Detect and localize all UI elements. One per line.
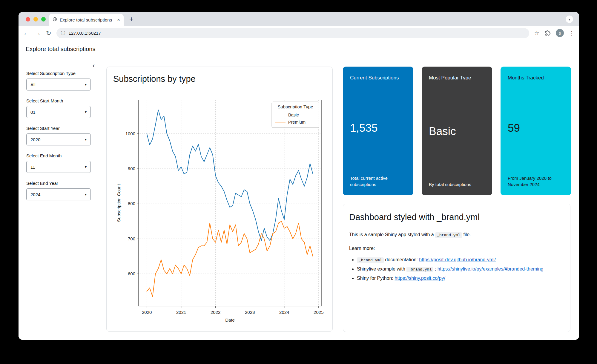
zoom-window-button[interactable] — [41, 17, 46, 21]
value-box-value: 59 — [508, 122, 564, 134]
close-window-button[interactable] — [26, 17, 30, 21]
inline-code: _brand.yml — [406, 267, 433, 272]
chevron-down-icon: ▾ — [85, 137, 87, 142]
brand-info-card: Dashboard styled with _brand.yml This is… — [343, 204, 570, 332]
value-box-title: Most Popular Type — [429, 75, 485, 82]
subscription-type-select[interactable]: All ▾ — [26, 79, 91, 90]
control-start-year: Select Start Year 2020 ▾ — [26, 126, 91, 145]
page-title: Explore total subscriptions — [19, 40, 579, 58]
value-box-caption: By total subscriptions — [429, 181, 485, 188]
url-text: 127.0.0.1:60217 — [69, 30, 101, 36]
value-box-title: Current Subscriptions — [350, 75, 406, 82]
svg-text:2023: 2023 — [245, 310, 255, 315]
inline-code: _brand.yml — [357, 257, 384, 263]
svg-text:2022: 2022 — [211, 310, 220, 315]
chart-title: Subscriptions by type — [113, 74, 196, 84]
chevron-down-icon: ▾ — [85, 165, 87, 169]
value-box-value: Basic — [429, 125, 485, 138]
list-item: Shinylive example with _brand.yml : http… — [357, 265, 563, 273]
address-bar[interactable]: ⓘ 127.0.0.1:60217 — [56, 28, 529, 38]
select-value: All — [30, 82, 36, 87]
chevron-down-icon: ▾ — [85, 82, 87, 87]
back-icon[interactable]: ← — [23, 30, 30, 37]
control-subscription-type: Select Subscription Type All ▾ — [26, 71, 91, 90]
shinylive-example-link[interactable]: https://shinylive.io/py/examples/#brande… — [438, 266, 544, 271]
value-box-months-tracked: Months Tracked 59 From January 2020 to N… — [501, 67, 571, 195]
svg-text:Date: Date — [225, 317, 235, 322]
svg-text:2025: 2025 — [314, 310, 323, 315]
extensions-icon[interactable] — [544, 30, 551, 36]
chevron-down-icon: ▾ — [85, 192, 87, 196]
reload-icon[interactable]: ↻ — [46, 30, 51, 37]
control-end-year: Select End Year 2024 ▾ — [26, 181, 91, 200]
control-label: Select Start Year — [26, 126, 91, 131]
tab-strip: Explore total subscriptions × + ▾ — [19, 12, 579, 26]
tab-close-icon[interactable]: × — [117, 17, 120, 22]
svg-text:Basic: Basic — [288, 113, 299, 117]
svg-text:2024: 2024 — [279, 310, 289, 315]
tab-search-button[interactable]: ▾ — [566, 16, 573, 23]
select-value: 2020 — [30, 137, 40, 142]
end-month-select[interactable]: 11 ▾ — [26, 161, 91, 173]
list-item: _brand.yml documentation: https://posit-… — [357, 256, 563, 263]
minimize-window-button[interactable] — [33, 17, 38, 21]
svg-text:2020: 2020 — [142, 310, 152, 315]
value-box-caption: From January 2020 to November 2024 — [508, 175, 564, 188]
control-label: Select Subscription Type — [26, 71, 91, 76]
subscriptions-chart: 2020202120222023202420256007008009001000… — [107, 67, 333, 332]
svg-text:800: 800 — [128, 201, 135, 206]
svg-text:2021: 2021 — [176, 310, 186, 315]
menu-kebab-icon[interactable]: ⋮ — [569, 30, 574, 36]
end-year-select[interactable]: 2024 ▾ — [26, 188, 91, 200]
browser-window: Explore total subscriptions × + ▾ ← → ↻ … — [19, 12, 579, 340]
learn-more-label: Learn more: — [349, 245, 563, 252]
tab-favicon-icon — [53, 17, 57, 23]
control-label: Select End Month — [26, 153, 91, 158]
sidebar-collapse-icon[interactable]: ‹ — [93, 62, 95, 69]
control-start-month: Select Start Month 01 ▾ — [26, 98, 91, 118]
svg-text:1000: 1000 — [125, 131, 135, 136]
window-controls — [26, 17, 46, 21]
info-card-title: Dashboard styled with _brand.yml — [349, 212, 563, 222]
tab-title: Explore total subscriptions — [60, 17, 114, 22]
start-month-select[interactable]: 01 ▾ — [26, 106, 91, 118]
brand-yml-docs-link[interactable]: https://posit-dev.github.io/brand-yml/ — [419, 257, 496, 262]
value-box-current-subscriptions: Current Subscriptions 1,535 Total curren… — [343, 67, 413, 195]
main-content: 2020202120222023202420256007008009001000… — [99, 58, 579, 340]
svg-text:Premium: Premium — [288, 120, 306, 125]
start-year-select[interactable]: 2020 ▾ — [26, 133, 91, 145]
svg-text:900: 900 — [128, 166, 135, 171]
browser-toolbar: ← → ↻ ⓘ 127.0.0.1:60217 ☆ s ⋮ — [19, 26, 579, 40]
chart-card: 2020202120222023202420256007008009001000… — [106, 67, 333, 332]
app-page: Explore total subscriptions ‹ Select Sub… — [19, 40, 579, 340]
control-label: Select End Year — [26, 181, 91, 186]
select-value: 11 — [30, 165, 35, 170]
chevron-down-icon: ▾ — [85, 110, 87, 114]
profile-avatar[interactable]: s — [556, 29, 564, 37]
shiny-python-link[interactable]: https://shiny.posit.co/py/ — [395, 276, 445, 281]
bookmark-star-icon[interactable]: ☆ — [534, 30, 539, 36]
value-box-value: 1,535 — [350, 122, 406, 134]
control-end-month: Select End Month 11 ▾ — [26, 153, 91, 173]
svg-text:Subscription Type: Subscription Type — [278, 104, 313, 109]
control-label: Select Start Month — [26, 98, 91, 103]
new-tab-button[interactable]: + — [127, 15, 136, 23]
value-box-caption: Total current active subscriptions — [350, 175, 406, 188]
info-intro: This is a sample Shiny app styled with a… — [349, 231, 563, 238]
inline-code: _brand.yml — [435, 232, 462, 238]
learn-more-list: _brand.yml documentation: https://posit-… — [349, 256, 563, 282]
svg-text:700: 700 — [128, 236, 135, 241]
browser-tab[interactable]: Explore total subscriptions × — [49, 14, 124, 26]
list-item: Shiny for Python: https://shiny.posit.co… — [357, 275, 563, 282]
svg-text:600: 600 — [128, 271, 135, 276]
sidebar: ‹ Select Subscription Type All ▾ Select … — [19, 58, 99, 340]
value-box-most-popular-type: Most Popular Type Basic By total subscri… — [422, 67, 492, 195]
forward-icon[interactable]: → — [35, 30, 41, 37]
svg-text:Subscription Count: Subscription Count — [116, 184, 121, 222]
select-value: 2024 — [30, 192, 40, 197]
select-value: 01 — [30, 110, 36, 115]
site-info-icon[interactable]: ⓘ — [61, 30, 65, 36]
value-box-title: Months Tracked — [508, 75, 564, 82]
